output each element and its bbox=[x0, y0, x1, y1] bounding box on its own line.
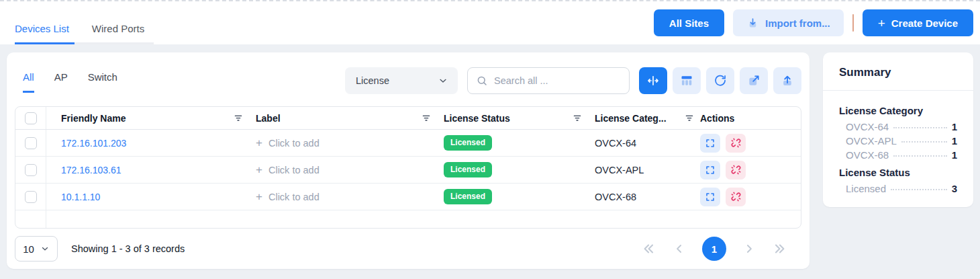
expand-details-button[interactable] bbox=[700, 161, 720, 180]
expand-details-button[interactable] bbox=[700, 188, 720, 206]
summary-item-value: 1 bbox=[952, 135, 957, 147]
unlink-device-button[interactable] bbox=[726, 134, 746, 153]
row-checkbox-cell bbox=[15, 157, 46, 183]
first-page-button[interactable] bbox=[642, 241, 656, 256]
devices-card: All AP Switch License bbox=[7, 52, 810, 269]
label-add-button[interactable]: + Click to add bbox=[256, 164, 320, 175]
tab-switch[interactable]: Switch bbox=[88, 71, 117, 93]
table-row: 10.1.1.10 + Click to add Licensed OVCX-6… bbox=[15, 184, 801, 210]
summary-title: Summary bbox=[823, 52, 973, 91]
create-device-label: Create Device bbox=[891, 17, 958, 29]
filter-icon bbox=[233, 113, 244, 124]
page-content: All AP Switch License bbox=[0, 44, 980, 269]
filter-icon bbox=[572, 113, 583, 124]
table-row: 172.16.101.203 + Click to add Licensed O… bbox=[15, 130, 801, 157]
row-checkbox[interactable] bbox=[25, 137, 37, 149]
all-sites-button[interactable]: All Sites bbox=[654, 9, 724, 36]
search-input[interactable] bbox=[494, 75, 621, 86]
current-page-button[interactable]: 1 bbox=[702, 237, 726, 261]
next-page-button[interactable] bbox=[742, 242, 756, 255]
plus-icon: + bbox=[256, 164, 262, 175]
cell-license-category: OVCX-68 bbox=[595, 184, 699, 210]
device-name-link[interactable]: 172.16.101.203 bbox=[61, 138, 126, 149]
device-name-link[interactable]: 10.1.1.10 bbox=[61, 192, 100, 202]
summary-item: OVCX-64 1 bbox=[839, 120, 957, 134]
import-from-label: Import from... bbox=[765, 17, 830, 29]
filter-friendly-name-button[interactable] bbox=[233, 113, 244, 124]
summary-item: OVCX-68 1 bbox=[839, 148, 957, 162]
plus-icon: + bbox=[878, 17, 885, 30]
page-size-select[interactable]: 10 bbox=[15, 236, 58, 262]
import-from-button[interactable]: Import from... bbox=[733, 9, 844, 36]
plus-icon: + bbox=[256, 137, 262, 149]
chevron-down-icon bbox=[438, 75, 448, 86]
cell-label: + Click to add bbox=[256, 130, 444, 156]
export-button[interactable] bbox=[740, 67, 768, 94]
cell-license-category: OVCX-64 bbox=[595, 130, 699, 156]
tab-ap[interactable]: AP bbox=[54, 71, 68, 93]
label-add-button[interactable]: + Click to add bbox=[256, 191, 320, 202]
unlink-device-button[interactable] bbox=[726, 161, 746, 180]
tab-wired-ports[interactable]: Wired Ports bbox=[75, 23, 154, 44]
unlink-device-button[interactable] bbox=[726, 188, 746, 206]
select-all-checkbox[interactable] bbox=[25, 112, 37, 124]
expand-icon bbox=[705, 192, 716, 202]
summary-section-title: License Status bbox=[839, 167, 957, 178]
double-chevron-right-icon bbox=[772, 241, 787, 256]
tab-devices-list[interactable]: Devices List bbox=[15, 23, 75, 44]
row-checkbox-cell bbox=[15, 130, 46, 156]
summary-item-value: 1 bbox=[952, 149, 957, 161]
header-friendly-name: Friendly Name bbox=[46, 107, 256, 129]
filter-license-status-button[interactable] bbox=[572, 113, 583, 124]
filter-label-button[interactable] bbox=[421, 113, 432, 124]
row-checkbox[interactable] bbox=[25, 164, 37, 176]
license-filter-select[interactable]: License bbox=[345, 67, 458, 94]
pagination: 1 bbox=[642, 237, 787, 261]
search-icon bbox=[476, 75, 488, 87]
summary-item-label: OVCX-APL bbox=[846, 135, 897, 147]
upload-button[interactable] bbox=[773, 67, 801, 94]
cell-license-status: Licensed bbox=[444, 157, 595, 183]
filter-license-category-button[interactable] bbox=[684, 113, 695, 124]
label-add-button[interactable]: + Click to add bbox=[256, 137, 320, 149]
summary-item-value: 1 bbox=[952, 121, 957, 132]
header-license-status: License Status bbox=[444, 107, 595, 129]
create-device-button[interactable]: + Create Device bbox=[863, 9, 973, 36]
select-all-cell bbox=[15, 107, 46, 129]
header-license-category: License Categ... bbox=[595, 107, 699, 129]
device-name-link[interactable]: 172.16.103.61 bbox=[61, 165, 121, 175]
table-row: 172.16.103.61 + Click to add Licensed OV… bbox=[15, 157, 801, 184]
last-page-button[interactable] bbox=[772, 241, 787, 256]
summary-body: License Category OVCX-64 1 OVCX-APL 1 OV… bbox=[823, 91, 973, 196]
dotted-leader bbox=[893, 127, 946, 128]
table-columns-button[interactable] bbox=[673, 67, 701, 94]
summary-item-label: OVCX-64 bbox=[846, 121, 889, 132]
expand-details-button[interactable] bbox=[700, 134, 720, 153]
license-status-badge: Licensed bbox=[444, 162, 492, 177]
expand-icon bbox=[705, 138, 716, 149]
chevron-down-icon bbox=[40, 244, 50, 253]
summary-section-title: License Category bbox=[839, 105, 957, 116]
download-icon bbox=[746, 17, 759, 30]
export-icon bbox=[747, 74, 761, 87]
label-add-text: Click to add bbox=[268, 138, 320, 149]
plus-icon: + bbox=[256, 191, 262, 202]
row-checkbox-cell bbox=[15, 184, 46, 210]
cell-license-status: Licensed bbox=[444, 130, 595, 156]
label-add-text: Click to add bbox=[268, 192, 320, 202]
cell-actions bbox=[699, 157, 801, 183]
license-status-badge: Licensed bbox=[444, 189, 492, 204]
expand-icon bbox=[705, 165, 716, 175]
column-split-button[interactable] bbox=[639, 67, 667, 94]
row-checkbox[interactable] bbox=[25, 191, 37, 203]
summary-item: OVCX-APL 1 bbox=[839, 134, 957, 148]
toolbar-controls: License bbox=[345, 67, 801, 94]
prev-page-button[interactable] bbox=[673, 242, 686, 255]
header-divider bbox=[852, 14, 854, 32]
license-category-value: OVCX-APL bbox=[595, 165, 644, 175]
tab-all[interactable]: All bbox=[23, 71, 34, 93]
license-status-badge: Licensed bbox=[444, 135, 492, 150]
column-split-icon bbox=[646, 74, 660, 87]
table-header-row: Friendly Name Label bbox=[15, 107, 801, 130]
refresh-button[interactable] bbox=[706, 67, 734, 94]
